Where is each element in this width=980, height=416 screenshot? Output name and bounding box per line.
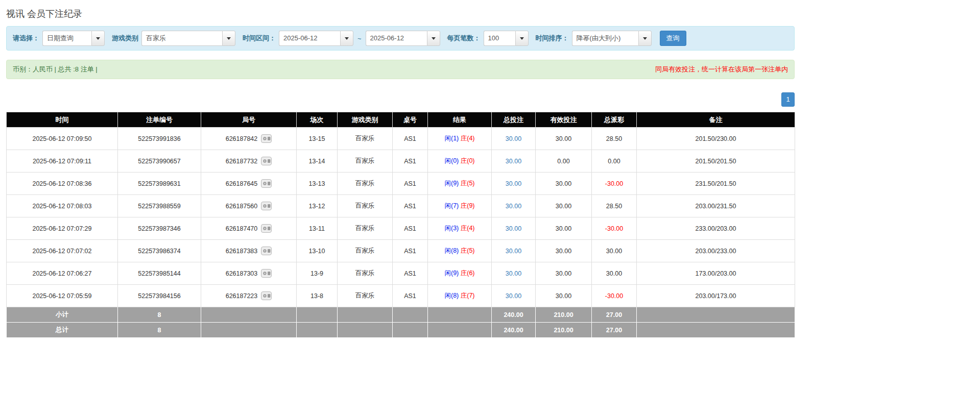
bet-records-table: 时间 注单编号 局号 场次 游戏类别 桌号 结果 总投注 有效投注 总派彩 备注… <box>6 112 795 338</box>
page-button-1[interactable]: 1 <box>781 92 795 107</box>
cell-session: 13-10 <box>297 240 338 262</box>
cell-total-bet: 30.00 <box>492 262 536 285</box>
video-replay-icon[interactable] <box>261 269 272 278</box>
cell-valid-bet: 30.00 <box>536 240 592 262</box>
total-bet-link[interactable]: 30.00 <box>506 270 521 277</box>
round-id-value: 626187645 <box>226 180 258 187</box>
header-bet-id: 注单编号 <box>118 112 201 128</box>
page-container: 视讯 会员下注纪录 请选择： 日期查询 游戏类别 百家乐 时间区间： 2025-… <box>6 8 795 338</box>
cell-table-no: AS1 <box>393 240 428 262</box>
video-replay-icon[interactable] <box>261 134 272 143</box>
result-player: 闲(9) <box>444 270 459 277</box>
cell-result: 闲(9) 庄(5) <box>428 173 492 195</box>
game-type-select[interactable]: 百家乐 <box>141 31 235 46</box>
cell-round-id: 626187732 <box>201 150 297 173</box>
notice-text: 同局有效投注，统一计算在该局第一张注单内 <box>655 65 788 74</box>
cell-bet-id: 522573984156 <box>118 285 201 307</box>
cell-time: 2025-06-12 07:08:03 <box>7 195 118 217</box>
cell-table-no: AS1 <box>393 173 428 195</box>
table-row: 2025-06-12 07:09:11522573990657626187732… <box>7 150 795 173</box>
query-button[interactable]: 查询 <box>660 31 686 46</box>
chevron-down-icon[interactable] <box>427 31 440 46</box>
cell-time: 2025-06-12 07:07:02 <box>7 240 118 262</box>
chevron-down-icon[interactable] <box>638 31 652 46</box>
cell-session: 13-12 <box>297 195 338 217</box>
chevron-down-icon[interactable] <box>222 31 235 46</box>
cell-result: 闲(9) 庄(6) <box>428 262 492 285</box>
query-type-value: 日期查询 <box>42 31 91 46</box>
payout-value: -30.00 <box>605 225 623 232</box>
cell-session: 13-8 <box>297 285 338 307</box>
subtotal-payout: 27.00 <box>592 307 637 323</box>
table-row: 2025-06-12 07:06:27522573985144626187303… <box>7 262 795 285</box>
chevron-down-icon[interactable] <box>91 31 105 46</box>
header-valid-bet: 有效投注 <box>536 112 592 128</box>
cell-payout: 30.00 <box>592 262 637 285</box>
total-bet-link[interactable]: 30.00 <box>506 248 521 255</box>
total-bet-link[interactable]: 30.00 <box>506 158 521 165</box>
page-size-value: 100 <box>484 31 515 46</box>
table-row: 2025-06-12 07:08:03522573988559626187560… <box>7 195 795 217</box>
total-count: 8 <box>118 323 201 338</box>
page-size-label: 每页笔数： <box>447 34 481 43</box>
cell-time: 2025-06-12 07:07:29 <box>7 217 118 240</box>
cell-session: 13-13 <box>297 173 338 195</box>
empty-cell <box>637 323 795 338</box>
date-from-select[interactable]: 2025-06-12 <box>279 31 353 46</box>
cell-game-type: 百家乐 <box>338 217 393 240</box>
date-to-value: 2025-06-12 <box>366 31 427 46</box>
chevron-down-icon[interactable] <box>515 31 529 46</box>
video-replay-icon[interactable] <box>261 179 272 188</box>
cell-table-no: AS1 <box>393 128 428 150</box>
total-bet-link[interactable]: 30.00 <box>506 225 521 232</box>
video-replay-icon[interactable] <box>261 291 272 300</box>
table-row: 2025-06-12 07:09:50522573991836626187842… <box>7 128 795 150</box>
video-replay-icon[interactable] <box>261 202 272 210</box>
cell-remark: 231.50/201.50 <box>637 173 795 195</box>
header-row: 时间 注单编号 局号 场次 游戏类别 桌号 结果 总投注 有效投注 总派彩 备注 <box>7 112 795 128</box>
sort-select[interactable]: 降幂(由大到小) <box>572 31 652 46</box>
summary-bar: 币别：人民币 | 总共 :8 注单 | 同局有效投注，统一计算在该局第一张注单内 <box>6 60 795 79</box>
total-bet-link[interactable]: 30.00 <box>506 292 521 300</box>
empty-cell <box>428 307 492 323</box>
round-id-value: 626187560 <box>226 203 258 210</box>
date-to-select[interactable]: 2025-06-12 <box>366 31 440 46</box>
empty-cell <box>201 307 297 323</box>
subtotal-row: 小计 8 240.00 210.00 27.00 <box>7 307 795 323</box>
header-time: 时间 <box>7 112 118 128</box>
total-bet-link[interactable]: 30.00 <box>506 203 521 210</box>
page-title: 视讯 会员下注纪录 <box>6 8 795 20</box>
cell-table-no: AS1 <box>393 150 428 173</box>
video-replay-icon[interactable] <box>261 247 272 255</box>
cell-time: 2025-06-12 07:09:50 <box>7 128 118 150</box>
video-replay-icon[interactable] <box>261 224 272 233</box>
header-remark: 备注 <box>637 112 795 128</box>
result-banker: 庄(4) <box>461 225 475 232</box>
date-from-value: 2025-06-12 <box>279 31 340 46</box>
total-bet-link[interactable]: 30.00 <box>506 180 521 187</box>
cell-total-bet: 30.00 <box>492 217 536 240</box>
page-size-select[interactable]: 100 <box>484 31 529 46</box>
query-type-select[interactable]: 日期查询 <box>42 31 105 46</box>
cell-payout: -30.00 <box>592 217 637 240</box>
table-body: 2025-06-12 07:09:50522573991836626187842… <box>7 128 795 307</box>
total-label: 总计 <box>7 323 118 338</box>
cell-result: 闲(3) 庄(4) <box>428 217 492 240</box>
cell-round-id: 626187560 <box>201 195 297 217</box>
round-id-value: 626187383 <box>226 248 258 255</box>
header-total-bet: 总投注 <box>492 112 536 128</box>
payout-value: 30.00 <box>606 270 622 277</box>
result-player: 闲(7) <box>444 202 459 209</box>
empty-cell <box>297 307 338 323</box>
total-bet-link[interactable]: 30.00 <box>506 135 521 142</box>
result-player: 闲(9) <box>444 180 459 187</box>
cell-game-type: 百家乐 <box>338 262 393 285</box>
round-id-value: 626187303 <box>226 270 258 277</box>
chevron-down-icon[interactable] <box>340 31 353 46</box>
cell-bet-id: 522573987346 <box>118 217 201 240</box>
game-type-value: 百家乐 <box>141 31 222 46</box>
video-replay-icon[interactable] <box>261 157 272 165</box>
result-banker: 庄(6) <box>461 270 475 277</box>
cell-payout: 30.00 <box>592 240 637 262</box>
cell-round-id: 626187383 <box>201 240 297 262</box>
